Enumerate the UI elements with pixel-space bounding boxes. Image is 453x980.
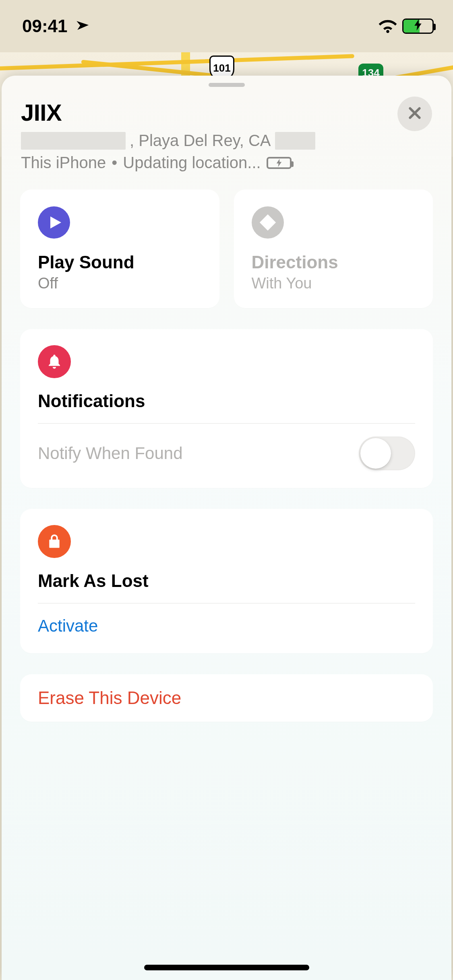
status-time: 09:41 — [22, 16, 68, 36]
notify-when-found-toggle[interactable] — [359, 436, 415, 470]
status-updating-location: Updating location... — [123, 154, 261, 172]
device-name: JIIX — [21, 99, 432, 126]
notify-when-found-row[interactable]: Notify When Found — [38, 424, 415, 472]
location-services-icon — [68, 15, 90, 37]
address-visible: , Playa Del Rey, CA — [130, 132, 271, 150]
directions-tile[interactable]: Directions With You — [234, 189, 433, 308]
directions-sub: With You — [252, 275, 416, 292]
play-sound-tile[interactable]: Play Sound Off — [20, 189, 219, 308]
device-battery-icon — [267, 157, 292, 169]
play-sound-title: Play Sound — [38, 252, 202, 272]
redacted-segment — [275, 132, 315, 150]
notifications-title: Notifications — [38, 391, 415, 411]
erase-device-card[interactable]: Erase This Device — [20, 674, 433, 722]
mark-as-lost-card: Mark As Lost Activate — [20, 509, 433, 653]
close-button[interactable] — [397, 97, 432, 131]
battery-icon — [402, 19, 434, 34]
activate-row[interactable]: Activate — [38, 603, 415, 637]
device-address: , Playa Del Rey, CA — [21, 132, 432, 150]
play-icon — [38, 206, 70, 239]
toggle-knob — [360, 438, 391, 469]
device-status-row: This iPhone • Updating location... — [21, 154, 432, 172]
lock-icon — [38, 525, 71, 558]
play-sound-sub: Off — [38, 275, 202, 292]
directions-title: Directions — [252, 252, 416, 272]
status-this-device: This iPhone — [21, 154, 106, 172]
close-icon — [407, 105, 423, 123]
sheet-grabber[interactable] — [209, 83, 245, 87]
bell-icon — [38, 345, 71, 378]
status-bar: 09:41 — [0, 0, 453, 52]
status-separator: • — [112, 154, 117, 172]
directions-icon — [252, 206, 284, 239]
device-detail-sheet: JIIX , Playa Del Rey, CA This iPhone • U… — [2, 76, 451, 980]
redacted-segment — [21, 132, 126, 150]
home-indicator[interactable] — [144, 965, 309, 970]
activate-button[interactable]: Activate — [38, 616, 98, 636]
notify-when-found-label: Notify When Found — [38, 444, 183, 463]
mark-as-lost-title: Mark As Lost — [38, 571, 415, 591]
notifications-card: Notifications Notify When Found — [20, 329, 433, 488]
wifi-icon — [378, 19, 397, 34]
erase-device-button[interactable]: Erase This Device — [38, 688, 415, 708]
